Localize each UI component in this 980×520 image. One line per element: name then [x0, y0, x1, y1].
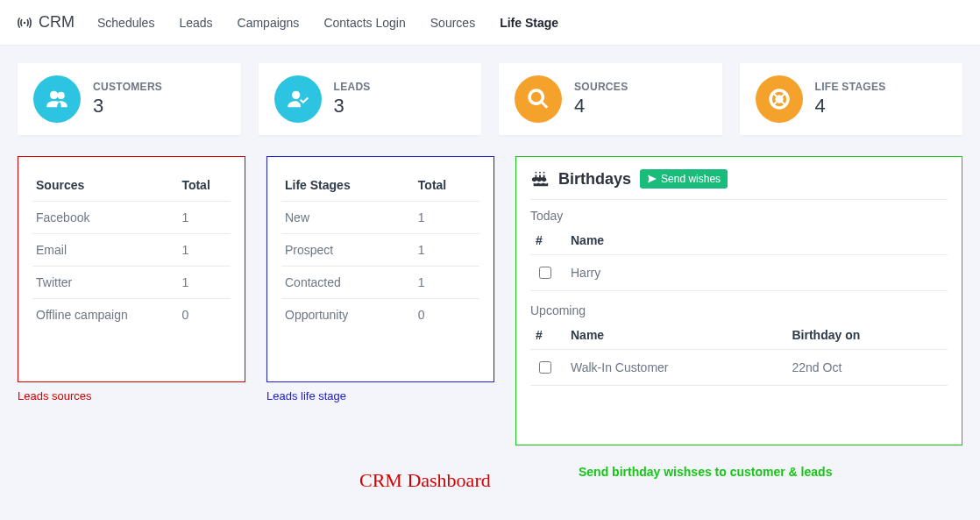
nav-leads[interactable]: Leads: [179, 12, 212, 33]
stat-lifestages-value: 4: [815, 95, 886, 118]
brand: CRM: [16, 13, 75, 32]
send-wishes-button[interactable]: Send wishes: [640, 169, 728, 189]
table-row: Twitter1: [32, 267, 231, 299]
stat-sources-value: 4: [574, 95, 628, 118]
user-check-icon: [274, 75, 322, 123]
stat-customers[interactable]: CUSTOMERS 3: [18, 63, 241, 135]
sources-column: Sources Total Facebook1 Email1 Twitter1 …: [18, 156, 245, 445]
source-name: Email: [32, 234, 178, 267]
stages-column: Life Stages Total New1 Prospect1 Contact…: [266, 156, 494, 445]
birthdays-today-table: # Name Harry: [530, 226, 948, 291]
table-row: Opportunity0: [281, 299, 479, 331]
today-row-checkbox[interactable]: [539, 267, 551, 279]
stat-lifestages-label: LIFE STAGES: [815, 81, 886, 93]
table-row: Contacted1: [281, 267, 479, 299]
nav-life-stage[interactable]: Life Stage: [500, 12, 558, 33]
search-icon: [515, 75, 562, 123]
table-header: Life Stages Total: [281, 169, 479, 202]
stat-sources-label: SOURCES: [574, 81, 628, 93]
stage-count: 1: [415, 267, 479, 299]
birthdays-upcoming-label: Upcoming: [530, 303, 948, 317]
stages-table: Life Stages Total New1 Prospect1 Contact…: [281, 169, 479, 331]
table-row: Harry: [530, 255, 948, 291]
birthdays-caption: Send birthday wishses to customer & lead…: [579, 465, 832, 479]
today-row-name: Harry: [565, 255, 948, 291]
nav-links: Schedules Leads Campaigns Contacts Login…: [97, 12, 558, 33]
stage-name: New: [281, 202, 415, 234]
cake-icon: [530, 169, 550, 189]
source-count: 1: [178, 202, 231, 234]
broadcast-icon: [16, 14, 33, 32]
table-header: # Name: [530, 226, 948, 255]
stages-panel: Life Stages Total New1 Prospect1 Contact…: [266, 156, 494, 382]
stages-head-name: Life Stages: [281, 169, 415, 202]
source-count: 1: [178, 267, 231, 299]
sources-table: Sources Total Facebook1 Email1 Twitter1 …: [32, 169, 231, 331]
main-grid: Sources Total Facebook1 Email1 Twitter1 …: [0, 135, 980, 445]
table-row: New1: [281, 202, 479, 234]
stages-caption: Leads life stage: [266, 389, 494, 402]
table-row: Facebook1: [32, 202, 231, 234]
birthdays-title: Birthdays: [558, 170, 631, 189]
stat-leads-value: 3: [334, 95, 371, 118]
stat-leads[interactable]: LEADS 3: [259, 63, 482, 135]
table-header: # Name Birthday on: [530, 321, 948, 350]
birthdays-upcoming-table: # Name Birthday on Walk-In Customer 22nd…: [530, 321, 948, 386]
upcoming-row-date: 22nd Oct: [786, 350, 948, 386]
birthdays-today-label: Today: [530, 209, 948, 223]
stages-head-total: Total: [415, 169, 479, 202]
source-name: Facebook: [32, 202, 178, 234]
source-name: Offline campaign: [32, 299, 178, 331]
sources-panel: Sources Total Facebook1 Email1 Twitter1 …: [18, 156, 245, 382]
table-row: Walk-In Customer 22nd Oct: [530, 350, 948, 386]
page-title: CRM Dashboard: [359, 469, 491, 492]
sources-caption: Leads sources: [18, 389, 245, 402]
source-name: Twitter: [32, 267, 178, 299]
stat-lifestages[interactable]: LIFE STAGES 4: [740, 63, 963, 135]
source-count: 1: [178, 234, 231, 267]
svg-point-0: [24, 21, 26, 24]
upcoming-head-name: Name: [565, 321, 786, 350]
stage-name: Contacted: [281, 267, 415, 299]
nav-contacts-login[interactable]: Contacts Login: [323, 12, 405, 33]
table-row: Offline campaign0: [32, 299, 231, 331]
lifebuoy-icon: [756, 75, 803, 123]
today-head-check: #: [530, 226, 565, 255]
upcoming-row-name: Walk-In Customer: [565, 350, 786, 386]
table-row: Email1: [32, 234, 231, 267]
stage-count: 0: [415, 299, 479, 331]
brand-text: CRM: [39, 13, 75, 32]
stage-count: 1: [415, 202, 479, 234]
sources-head-name: Sources: [32, 169, 178, 202]
upcoming-head-check: #: [530, 321, 565, 350]
nav-campaigns[interactable]: Campaigns: [238, 12, 300, 33]
stage-name: Opportunity: [281, 299, 415, 331]
source-count: 0: [178, 299, 231, 331]
table-row: Prospect1: [281, 234, 479, 267]
users-icon: [33, 75, 81, 123]
stat-customers-value: 3: [93, 95, 162, 118]
top-navbar: CRM Schedules Leads Campaigns Contacts L…: [0, 0, 980, 46]
stage-name: Prospect: [281, 234, 415, 267]
today-head-name: Name: [565, 226, 948, 255]
send-wishes-label: Send wishes: [661, 173, 721, 185]
upcoming-head-date: Birthday on: [786, 321, 948, 350]
nav-schedules[interactable]: Schedules: [97, 12, 154, 33]
stat-sources[interactable]: SOURCES 4: [499, 63, 722, 135]
stat-customers-label: CUSTOMERS: [93, 81, 162, 93]
sources-head-total: Total: [178, 169, 231, 202]
stats-row: CUSTOMERS 3 LEADS 3 SOURCES 4 LIFE STAGE…: [0, 46, 980, 135]
birthdays-column: Birthdays Send wishes Today # Name Harry…: [515, 156, 962, 445]
stage-count: 1: [415, 234, 479, 267]
birthdays-panel: Birthdays Send wishes Today # Name Harry…: [515, 156, 962, 445]
upcoming-row-checkbox[interactable]: [539, 361, 551, 374]
birthdays-header: Birthdays Send wishes: [530, 169, 948, 200]
nav-sources[interactable]: Sources: [430, 12, 475, 33]
stat-leads-label: LEADS: [334, 81, 371, 93]
paper-plane-icon: [647, 174, 657, 184]
table-header: Sources Total: [32, 169, 231, 202]
